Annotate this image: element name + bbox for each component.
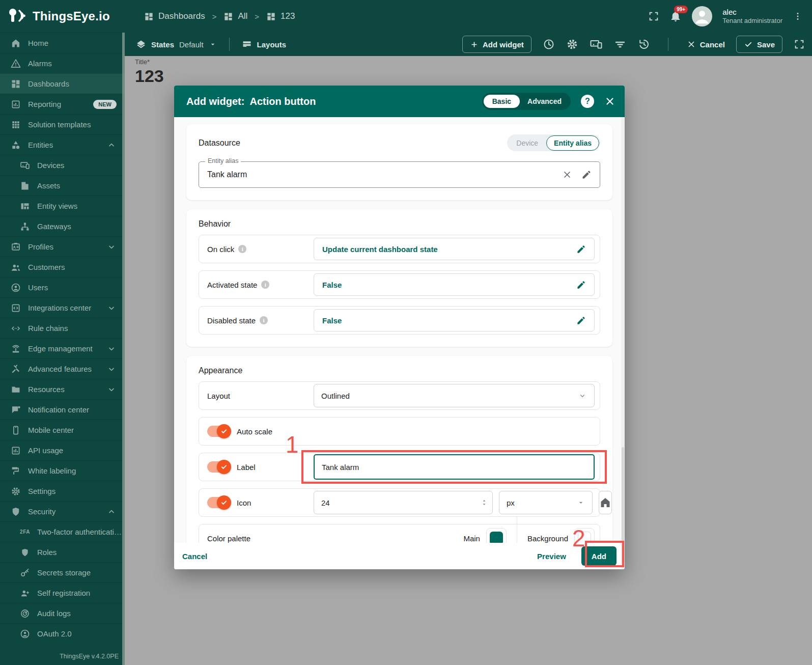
dialog-body: Datasource Device Entity alias Entity al… [174,117,625,569]
sidebar-item-white-labeling[interactable]: White labeling [0,460,125,481]
mode-advanced-button[interactable]: Advanced [520,97,569,105]
sidebar-item-secrets-storage[interactable]: Secrets storage [0,562,125,583]
edit-pencil-icon[interactable] [576,280,586,290]
chevron-down-icon[interactable] [107,385,116,394]
sidebar-item-roles[interactable]: Roles [0,542,125,562]
dialog-scrollbar[interactable] [621,117,625,569]
edit-pencil-icon[interactable] [576,316,586,325]
auto-scale-toggle[interactable] [207,426,230,437]
entity-aliases-icon[interactable] [590,38,603,50]
notify-icon [10,405,21,415]
sidebar-item-settings[interactable]: Settings [0,481,125,501]
sidebar-item-security[interactable]: Security [0,501,125,521]
filter-icon[interactable] [614,38,626,50]
disabled-state-row: Disabled statei False [199,306,600,335]
chevron-down-icon[interactable] [107,345,116,353]
sidebar-item-label: White labeling [28,466,125,475]
sidebar-item-profiles[interactable]: Profiles [0,236,125,257]
clear-icon[interactable] [562,170,572,180]
edit-pencil-icon[interactable] [581,170,592,180]
chevron-up-icon[interactable] [107,508,116,516]
icon-size-input[interactable]: 24 [314,491,493,514]
sidebar-item-entity-views[interactable]: Entity views [0,196,125,216]
activated-state-value-box[interactable]: False [314,273,595,296]
info-icon: i [261,281,269,289]
sidebar-item-dashboards[interactable]: Dashboards [0,73,125,94]
label-input[interactable] [314,454,595,480]
toolbar-cancel-button[interactable]: Cancel [687,40,725,49]
dialog-cancel-button[interactable]: Cancel [182,552,207,561]
sidebar-item-reporting[interactable]: ReportingNEW [0,94,125,114]
sidebar-item-resources[interactable]: Resources [0,379,125,399]
sidebar-item-alarms[interactable]: Alarms [0,53,125,73]
sidebar-item-integrations-center[interactable]: Integrations center [0,297,125,318]
breadcrumb-dashboards[interactable]: Dashboards [144,11,205,21]
kebab-menu-icon[interactable] [793,11,803,21]
entity-alias-toggle-button[interactable]: Entity alias [546,135,599,151]
toolbar-save-button[interactable]: Save [736,36,782,53]
label-row: Label [199,453,600,481]
sidebar-item-devices[interactable]: Devices [0,155,125,175]
mode-basic-button[interactable]: Basic [484,95,520,108]
help-icon[interactable]: ? [581,95,594,108]
spinner-arrows-icon[interactable] [480,497,488,508]
user-info[interactable]: alec Tenant administrator [722,8,782,25]
breadcrumb-current[interactable]: 123 [266,11,295,21]
settings-gear-icon[interactable] [566,38,578,50]
edit-pencil-icon[interactable] [576,244,586,254]
roles-icon [19,548,31,557]
dialog-preview-button[interactable]: Preview [537,552,566,561]
device-toggle-button[interactable]: Device [508,139,546,147]
sidebar-item-rule-chains[interactable]: Rule chains [0,318,125,338]
label-toggle[interactable] [207,461,230,473]
close-icon[interactable] [604,96,615,107]
sidebar-item-audit-logs[interactable]: Audit logs [0,603,125,623]
version-history-icon[interactable] [637,38,650,50]
sidebar-item-self-registration[interactable]: Self registration [0,583,125,603]
chevron-down-icon[interactable] [107,365,116,373]
time-window-icon[interactable] [543,38,555,50]
states-label[interactable]: States [151,40,174,49]
fullscreen-icon[interactable] [648,11,659,22]
sidebar-item-users[interactable]: Users [0,277,125,297]
sidebar-item-assets[interactable]: Assets [0,175,125,196]
on-click-value-box[interactable]: Update current dashboard state [314,238,595,260]
mode-toggle: Basic Advanced [482,93,571,110]
gear-icon [10,486,21,496]
sidebar-item-mobile-center[interactable]: Mobile center [0,420,125,440]
add-widget-button[interactable]: Add widget [462,36,531,53]
sidebar-item-advanced-features[interactable]: Advanced features [0,358,125,379]
chevron-down-icon[interactable] [107,304,116,312]
folder-icon [10,384,21,395]
icon-unit-select[interactable]: px [499,491,593,514]
chevron-up-icon[interactable] [107,141,116,149]
dialog-add-button[interactable]: Add [581,546,617,566]
sidebar-item-gateways[interactable]: Gateways [0,216,125,236]
on-click-row: On clicki Update current dashboard state [199,235,600,263]
chevron-down-icon[interactable] [107,243,116,251]
user-name: alec [722,8,782,17]
sidebar-item-customers[interactable]: Customers [0,257,125,277]
sidebar-item-edge-management[interactable]: Edge management [0,338,125,358]
sidebar-item-entities[interactable]: Entities [0,134,125,155]
entity-alias-field[interactable]: Entity alias Tank alarm [199,161,600,188]
sidebar-item-api-usage[interactable]: API usage [0,440,125,460]
dashboard-toolbar: States Default Layouts Add widget Cancel [125,33,812,56]
fullscreen-icon[interactable] [794,39,805,50]
sidebar-item-notification-center[interactable]: Notification center [0,399,125,420]
sidebar-item-two-factor-authenticati[interactable]: 2FATwo-factor authenticati… [0,521,125,542]
notifications-button[interactable]: 99+ [669,10,682,22]
avatar[interactable] [692,6,712,26]
states-value[interactable]: Default [179,40,204,49]
sidebar-scrollbar[interactable] [122,33,125,665]
sidebar-item-solution-templates[interactable]: Solution templates [0,114,125,134]
icon-toggle[interactable] [207,497,230,508]
sidebar-item-home[interactable]: Home [0,33,125,53]
disabled-state-value-box[interactable]: False [314,309,595,331]
icon-picker-button[interactable] [599,491,612,514]
layouts-label[interactable]: Layouts [257,40,287,49]
breadcrumb-all[interactable]: All [223,11,247,21]
sidebar-item-oauth-2-0[interactable]: OAuth 2.0 [0,623,125,644]
app-logo[interactable]: ThingsEye.io [0,8,125,25]
layout-select[interactable]: Outlined [314,384,595,407]
